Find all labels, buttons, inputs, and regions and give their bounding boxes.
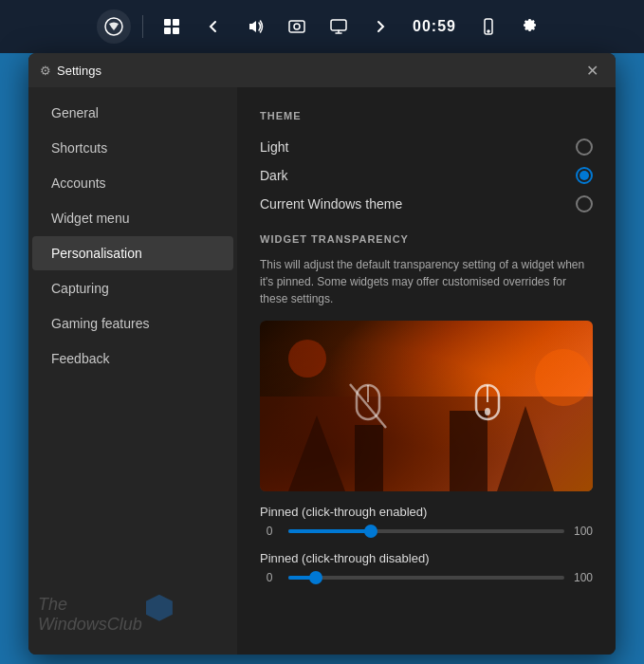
theme-dark-radio[interactable] (576, 167, 593, 184)
slider-disabled-min: 0 (260, 571, 279, 584)
slider-disabled-label: Pinned (click-through disabled) (260, 551, 593, 565)
back-icon[interactable] (196, 9, 230, 44)
sidebar-item-gaming-features[interactable]: Gaming features (32, 306, 233, 341)
theme-dark-option[interactable]: Dark (260, 161, 593, 190)
volume-icon[interactable] (238, 9, 272, 44)
sidebar-item-general[interactable]: General (32, 96, 233, 130)
widget-overlay (345, 379, 508, 433)
mouse-icon (467, 379, 508, 433)
svg-point-22 (485, 408, 490, 415)
svg-rect-5 (289, 21, 304, 32)
windows-club-logo (146, 595, 173, 621)
sidebar-item-capturing[interactable]: Capturing (32, 271, 233, 305)
settings-title-icon: ⚙ (40, 64, 51, 78)
theme-windows-option[interactable]: Current Windows theme (260, 190, 593, 218)
taskbar: 00:59 (0, 0, 644, 53)
gear-icon[interactable] (513, 9, 547, 44)
slider-enabled-row: 0 100 (260, 525, 593, 538)
theme-dark-label: Dark (260, 168, 288, 183)
svg-rect-1 (164, 19, 171, 26)
svg-point-15 (535, 349, 592, 406)
preview-background (260, 321, 593, 491)
theme-windows-radio[interactable] (576, 195, 593, 212)
phone-icon[interactable] (471, 9, 506, 44)
grid-icon[interactable] (155, 9, 189, 44)
theme-light-option[interactable]: Light (260, 133, 593, 161)
sidebar-item-accounts[interactable]: Accounts (32, 166, 233, 200)
slider-enabled-thumb[interactable] (364, 525, 377, 538)
svg-point-6 (294, 24, 300, 29)
svg-rect-7 (331, 20, 346, 30)
slider-enabled-fill (288, 529, 371, 533)
watermark: TheWindowsClub (38, 595, 142, 636)
sidebar-item-widget-menu[interactable]: Widget menu (32, 201, 233, 235)
svg-rect-3 (164, 28, 171, 34)
svg-point-9 (488, 30, 489, 32)
transparency-section-label: WIDGET TRANSPARENCY (260, 233, 593, 245)
xbox-icon[interactable] (97, 9, 131, 44)
theme-light-label: Light (260, 139, 288, 155)
slider-disabled-track[interactable] (288, 576, 564, 580)
slider-disabled-row: 0 100 (260, 571, 593, 584)
slider-disabled-thumb[interactable] (309, 571, 322, 584)
watermark-text: TheWindowsClub (38, 595, 142, 635)
svg-rect-13 (355, 425, 383, 491)
title-bar: ⚙ Settings ✕ (28, 53, 616, 87)
slider-enabled-max: 100 (574, 525, 593, 538)
main-panel: THEME Light Dark Current Windows theme W… (237, 87, 616, 655)
sidebar-item-personalisation[interactable]: Personalisation (32, 236, 233, 270)
svg-rect-2 (173, 19, 179, 26)
slider-pinned-disabled: Pinned (click-through disabled) 0 100 (260, 551, 593, 584)
content-area: General Shortcuts Accounts Widget menu P… (28, 87, 616, 655)
slider-enabled-min: 0 (260, 525, 279, 538)
slider-enabled-label: Pinned (click-through enabled) (260, 505, 593, 519)
display-icon[interactable] (322, 9, 356, 44)
sidebar-item-shortcuts[interactable]: Shortcuts (32, 131, 233, 165)
preview-area (260, 321, 593, 491)
sidebar-item-feedback[interactable]: Feedback (32, 341, 233, 376)
svg-rect-4 (173, 28, 179, 34)
settings-window: ⚙ Settings ✕ General Shortcuts Accounts … (28, 53, 616, 655)
forward-icon[interactable] (363, 9, 397, 44)
theme-windows-label: Current Windows theme (260, 196, 402, 212)
taskbar-time: 00:59 (405, 18, 464, 35)
slider-pinned-enabled: Pinned (click-through enabled) 0 100 (260, 505, 593, 538)
sidebar: General Shortcuts Accounts Widget menu P… (28, 87, 237, 655)
window-title: Settings (57, 64, 580, 78)
mouse-disabled-icon (345, 379, 391, 433)
slider-disabled-max: 100 (574, 571, 593, 584)
capture-icon[interactable] (280, 9, 314, 44)
theme-section-label: THEME (260, 110, 593, 121)
transparency-description: This will adjust the default transparenc… (260, 256, 593, 307)
taskbar-divider (142, 15, 143, 38)
theme-light-radio[interactable] (576, 138, 593, 156)
svg-point-16 (288, 340, 326, 378)
close-button[interactable]: ✕ (580, 60, 604, 82)
slider-enabled-track[interactable] (288, 529, 564, 533)
